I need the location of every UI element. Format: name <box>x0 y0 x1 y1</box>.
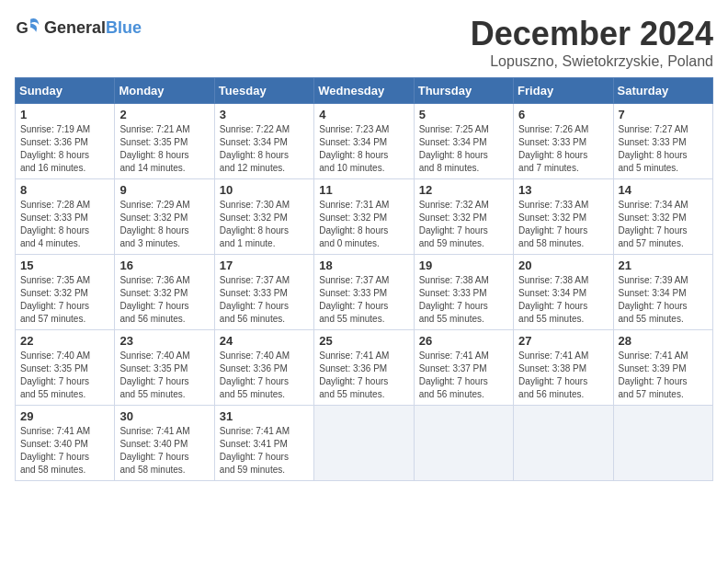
calendar-week-row: 22Sunrise: 7:40 AM Sunset: 3:35 PM Dayli… <box>16 330 713 406</box>
table-row <box>414 406 513 481</box>
table-row: 13Sunrise: 7:33 AM Sunset: 3:32 PM Dayli… <box>514 179 613 255</box>
header: G GeneralBlue December 2024 Lopuszno, Sw… <box>15 15 713 70</box>
day-number: 5 <box>419 108 508 121</box>
day-info: Sunrise: 7:25 AM Sunset: 3:34 PM Dayligh… <box>419 123 508 175</box>
col-tuesday: Tuesday <box>214 78 313 104</box>
table-row: 18Sunrise: 7:37 AM Sunset: 3:33 PM Dayli… <box>314 255 414 330</box>
col-wednesday: Wednesday <box>314 78 414 104</box>
day-number: 12 <box>419 183 508 197</box>
table-row: 17Sunrise: 7:37 AM Sunset: 3:33 PM Dayli… <box>214 255 313 330</box>
day-info: Sunrise: 7:19 AM Sunset: 3:36 PM Dayligh… <box>20 123 109 175</box>
table-row: 24Sunrise: 7:40 AM Sunset: 3:36 PM Dayli… <box>214 330 313 406</box>
day-number: 11 <box>319 183 408 197</box>
table-row: 27Sunrise: 7:41 AM Sunset: 3:38 PM Dayli… <box>514 330 613 406</box>
table-row: 29Sunrise: 7:41 AM Sunset: 3:40 PM Dayli… <box>16 406 115 481</box>
day-info: Sunrise: 7:41 AM Sunset: 3:40 PM Dayligh… <box>20 425 109 477</box>
calendar-week-row: 8Sunrise: 7:28 AM Sunset: 3:33 PM Daylig… <box>16 179 713 255</box>
day-info: Sunrise: 7:31 AM Sunset: 3:32 PM Dayligh… <box>319 199 408 250</box>
table-row: 5Sunrise: 7:25 AM Sunset: 3:34 PM Daylig… <box>414 104 513 179</box>
table-row: 6Sunrise: 7:26 AM Sunset: 3:33 PM Daylig… <box>514 104 613 179</box>
col-thursday: Thursday <box>414 78 513 104</box>
day-number: 30 <box>119 409 209 423</box>
calendar-week-row: 1Sunrise: 7:19 AM Sunset: 3:36 PM Daylig… <box>16 104 713 179</box>
calendar-table: Sunday Monday Tuesday Wednesday Thursday… <box>15 77 713 481</box>
table-row: 10Sunrise: 7:30 AM Sunset: 3:32 PM Dayli… <box>214 179 313 255</box>
table-row: 31Sunrise: 7:41 AM Sunset: 3:41 PM Dayli… <box>214 406 313 481</box>
day-info: Sunrise: 7:21 AM Sunset: 3:35 PM Dayligh… <box>119 123 209 175</box>
day-number: 17 <box>220 259 309 272</box>
calendar-header-row: Sunday Monday Tuesday Wednesday Thursday… <box>16 78 713 104</box>
day-number: 18 <box>319 259 408 272</box>
table-row: 7Sunrise: 7:27 AM Sunset: 3:33 PM Daylig… <box>613 104 712 179</box>
col-monday: Monday <box>115 78 214 104</box>
day-info: Sunrise: 7:36 AM Sunset: 3:32 PM Dayligh… <box>119 274 209 326</box>
day-number: 8 <box>20 183 109 197</box>
day-number: 22 <box>20 334 109 348</box>
day-info: Sunrise: 7:26 AM Sunset: 3:33 PM Dayligh… <box>518 123 608 175</box>
day-info: Sunrise: 7:27 AM Sunset: 3:33 PM Dayligh… <box>619 123 708 175</box>
table-row: 4Sunrise: 7:23 AM Sunset: 3:34 PM Daylig… <box>314 104 414 179</box>
day-number: 25 <box>319 334 408 348</box>
day-number: 14 <box>619 183 708 197</box>
day-number: 15 <box>20 259 109 272</box>
day-info: Sunrise: 7:22 AM Sunset: 3:34 PM Dayligh… <box>220 123 309 175</box>
table-row: 3Sunrise: 7:22 AM Sunset: 3:34 PM Daylig… <box>214 104 313 179</box>
day-info: Sunrise: 7:41 AM Sunset: 3:39 PM Dayligh… <box>619 350 708 401</box>
day-info: Sunrise: 7:29 AM Sunset: 3:32 PM Dayligh… <box>119 199 209 250</box>
table-row <box>514 406 613 481</box>
col-friday: Friday <box>514 78 613 104</box>
day-number: 24 <box>220 334 309 348</box>
logo-text: GeneralBlue <box>44 18 142 38</box>
day-number: 19 <box>419 259 508 272</box>
table-row <box>314 406 414 481</box>
day-info: Sunrise: 7:41 AM Sunset: 3:37 PM Dayligh… <box>419 350 508 401</box>
day-info: Sunrise: 7:41 AM Sunset: 3:41 PM Dayligh… <box>220 425 309 477</box>
table-row: 14Sunrise: 7:34 AM Sunset: 3:32 PM Dayli… <box>613 179 712 255</box>
day-info: Sunrise: 7:39 AM Sunset: 3:34 PM Dayligh… <box>619 274 708 326</box>
table-row: 21Sunrise: 7:39 AM Sunset: 3:34 PM Dayli… <box>613 255 712 330</box>
day-info: Sunrise: 7:40 AM Sunset: 3:36 PM Dayligh… <box>220 350 309 401</box>
col-saturday: Saturday <box>613 78 712 104</box>
month-title: December 2024 <box>471 15 713 53</box>
day-info: Sunrise: 7:37 AM Sunset: 3:33 PM Dayligh… <box>220 274 309 326</box>
title-area: December 2024 Lopuszno, Swietokrzyskie, … <box>471 15 713 70</box>
day-info: Sunrise: 7:32 AM Sunset: 3:32 PM Dayligh… <box>419 199 508 250</box>
day-info: Sunrise: 7:38 AM Sunset: 3:33 PM Dayligh… <box>419 274 508 326</box>
day-info: Sunrise: 7:38 AM Sunset: 3:34 PM Dayligh… <box>518 274 608 326</box>
table-row: 20Sunrise: 7:38 AM Sunset: 3:34 PM Dayli… <box>514 255 613 330</box>
table-row: 2Sunrise: 7:21 AM Sunset: 3:35 PM Daylig… <box>115 104 214 179</box>
day-number: 29 <box>20 409 109 423</box>
day-number: 23 <box>119 334 209 348</box>
day-info: Sunrise: 7:40 AM Sunset: 3:35 PM Dayligh… <box>119 350 209 401</box>
day-info: Sunrise: 7:41 AM Sunset: 3:40 PM Dayligh… <box>119 425 209 477</box>
svg-text:G: G <box>17 19 28 37</box>
day-info: Sunrise: 7:23 AM Sunset: 3:34 PM Dayligh… <box>319 123 408 175</box>
day-number: 21 <box>619 259 708 272</box>
table-row <box>613 406 712 481</box>
day-number: 6 <box>518 108 608 121</box>
day-number: 27 <box>518 334 608 348</box>
calendar-week-row: 29Sunrise: 7:41 AM Sunset: 3:40 PM Dayli… <box>16 406 713 481</box>
table-row: 16Sunrise: 7:36 AM Sunset: 3:32 PM Dayli… <box>115 255 214 330</box>
table-row: 22Sunrise: 7:40 AM Sunset: 3:35 PM Dayli… <box>16 330 115 406</box>
day-number: 2 <box>119 108 209 121</box>
day-number: 1 <box>20 108 109 121</box>
day-number: 7 <box>619 108 708 121</box>
table-row: 8Sunrise: 7:28 AM Sunset: 3:33 PM Daylig… <box>16 179 115 255</box>
table-row: 12Sunrise: 7:32 AM Sunset: 3:32 PM Dayli… <box>414 179 513 255</box>
day-number: 9 <box>119 183 209 197</box>
table-row: 23Sunrise: 7:40 AM Sunset: 3:35 PM Dayli… <box>115 330 214 406</box>
table-row: 25Sunrise: 7:41 AM Sunset: 3:36 PM Dayli… <box>314 330 414 406</box>
table-row: 9Sunrise: 7:29 AM Sunset: 3:32 PM Daylig… <box>115 179 214 255</box>
day-info: Sunrise: 7:30 AM Sunset: 3:32 PM Dayligh… <box>220 199 309 250</box>
day-number: 28 <box>619 334 708 348</box>
day-info: Sunrise: 7:28 AM Sunset: 3:33 PM Dayligh… <box>20 199 109 250</box>
day-number: 10 <box>220 183 309 197</box>
day-number: 26 <box>419 334 508 348</box>
day-info: Sunrise: 7:34 AM Sunset: 3:32 PM Dayligh… <box>619 199 708 250</box>
table-row: 15Sunrise: 7:35 AM Sunset: 3:32 PM Dayli… <box>16 255 115 330</box>
logo: G GeneralBlue <box>15 15 142 40</box>
day-info: Sunrise: 7:33 AM Sunset: 3:32 PM Dayligh… <box>518 199 608 250</box>
logo-icon: G <box>15 15 40 40</box>
col-sunday: Sunday <box>16 78 115 104</box>
